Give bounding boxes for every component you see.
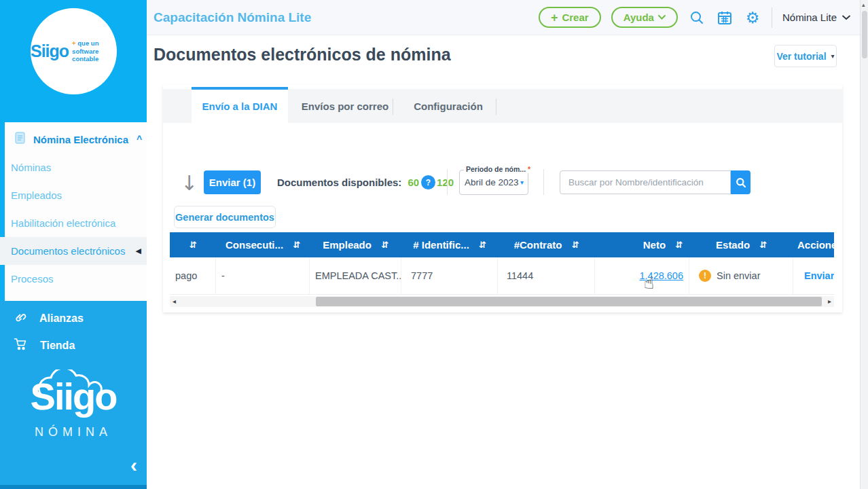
sidebar-bottom-strip: [0, 485, 147, 489]
column-label: Neto: [643, 239, 666, 251]
tab-divider: [496, 98, 496, 115]
search-icon[interactable]: [688, 9, 706, 26]
sidebar-item-procesos[interactable]: Procesos: [0, 265, 147, 293]
column-label: Acciones: [797, 239, 834, 251]
cell-estado: ! Sin enviar: [689, 257, 793, 294]
sidebar-item-label: Nóminas: [11, 162, 51, 173]
sidebar-item-tienda[interactable]: Tienda: [0, 332, 147, 359]
view-tutorial-button[interactable]: Ver tutorial ▾: [774, 45, 837, 67]
search-field: [560, 170, 731, 194]
sidebar-item-label: Procesos: [11, 273, 54, 285]
sort-icon[interactable]: ⇵: [759, 240, 767, 250]
sidebar-item-nominas[interactable]: Nóminas: [0, 153, 147, 181]
help-button-label: Ayuda: [623, 12, 654, 23]
link-chain-icon: [14, 310, 27, 327]
cell-tipo: pago: [170, 257, 216, 294]
send-row-link[interactable]: Enviar: [799, 270, 834, 281]
sort-icon[interactable]: ⇵: [675, 240, 683, 250]
account-menu[interactable]: Nómina Lite: [782, 12, 850, 23]
create-button-label: Crear: [562, 12, 588, 23]
tab-label: Envío a la DIAN: [202, 101, 278, 112]
column-neto: Neto⇵: [595, 232, 689, 257]
generate-documents-button[interactable]: Generar documentos: [174, 206, 276, 228]
column-label: Estado: [716, 239, 750, 251]
siigo-tagline: + que un software contable: [72, 39, 117, 64]
create-button[interactable]: + Crear: [539, 7, 601, 28]
gear-icon[interactable]: ⚙: [744, 9, 761, 26]
magnifier-icon: [736, 177, 746, 188]
send-button[interactable]: Enviar (1): [204, 170, 261, 194]
period-select[interactable]: Periodo de nóm... * Abril de 2023 ▾: [459, 170, 528, 195]
sort-icon[interactable]: ⇵: [571, 240, 579, 250]
column-label: # Identific...: [413, 239, 469, 251]
column-identificacion: # Identific...⇵: [401, 232, 498, 257]
table-row: pago - EMPLEADA CAST... 7777 11444 1.428…: [170, 257, 834, 295]
sidebar-item-label: Empleados: [11, 189, 62, 201]
siigo-logo-text: Siigo: [31, 41, 69, 61]
toolbar-divider: [447, 169, 448, 195]
cell-identificacion: 7777: [401, 257, 498, 294]
sort-icon[interactable]: ⇵: [381, 240, 388, 250]
scroll-right-icon[interactable]: ▸: [828, 297, 831, 305]
view-tutorial-label: Ver tutorial: [776, 51, 826, 62]
column-acciones: Acciones: [793, 232, 834, 257]
column-label: Empleado: [323, 239, 372, 251]
cell-empleado: EMPLEADA CAST...: [310, 257, 401, 294]
sidebar-item-empleados[interactable]: Empleados: [0, 181, 147, 209]
sidebar-section-nomina-electronica[interactable]: Nómina Electrónica ^: [0, 122, 147, 153]
document-icon: [15, 132, 25, 147]
status-text: Sin enviar: [717, 270, 760, 281]
siigo-nomina-logo: Siigo NÓMINA: [0, 365, 147, 439]
siigo-tagline-text: que un software contable: [72, 39, 98, 63]
tab-label: Configuración: [414, 101, 483, 112]
column-consecutivo: Consecuti...⇵: [216, 232, 310, 257]
page-title: Documentos electrónicos de nómina: [153, 45, 451, 65]
tab-envios-correo[interactable]: Envíos por correo: [297, 89, 393, 123]
topbar: Capacitación Nómina Lite + Crear Ayuda ⚙…: [147, 0, 868, 35]
calendar-icon[interactable]: [716, 9, 734, 26]
documents-available-label: Documentos disponibles:: [277, 177, 401, 188]
account-label: Nómina Lite: [782, 12, 837, 23]
search-input[interactable]: [560, 171, 730, 194]
tab-configuracion[interactable]: Configuración: [408, 89, 489, 123]
sort-icon[interactable]: ⇵: [479, 240, 486, 250]
caret-down-icon: ▾: [831, 52, 835, 60]
topbar-actions: + Crear Ayuda ⚙ Nómina Lite: [539, 7, 868, 28]
neto-amount-link[interactable]: 1.428.606: [639, 270, 683, 281]
sidebar-item-alianzas[interactable]: Alianzas: [0, 305, 147, 332]
help-tooltip-icon[interactable]: ?: [421, 175, 435, 189]
horizontal-scroll-thumb[interactable]: [316, 297, 822, 306]
sidebar-item-label: Alianzas: [39, 312, 84, 325]
search-submit-button[interactable]: [731, 170, 751, 194]
cart-icon: [14, 338, 28, 354]
down-arrow-annotation-icon: ↓: [181, 171, 198, 195]
chevron-up-icon[interactable]: ^: [137, 134, 142, 145]
column-contrato: #Contrato⇵: [498, 232, 595, 257]
period-label: Periodo de nóm... *: [464, 165, 532, 173]
siigo-logo-badge: Siigo + que un software contable: [31, 8, 117, 94]
help-button[interactable]: Ayuda: [611, 7, 678, 28]
sort-icon[interactable]: ⇵: [189, 240, 197, 250]
scroll-up-icon[interactable]: ▴: [862, 1, 865, 8]
sort-icon[interactable]: ⇵: [293, 240, 300, 250]
vertical-scrollbar[interactable]: ▴: [860, 0, 868, 489]
cell-consecutivo: -: [216, 257, 310, 294]
chevron-down-icon: [658, 15, 666, 20]
column-empleado: Empleado⇵: [310, 232, 401, 257]
sidebar-brand-area: Siigo + que un software contable: [0, 0, 147, 122]
vertical-scroll-thumb[interactable]: [862, 11, 867, 58]
sidebar-item-label: Tienda: [40, 340, 75, 352]
tab-envio-dian[interactable]: Envío a la DIAN: [192, 87, 288, 123]
sidebar-collapse-icon[interactable]: ‹: [130, 455, 137, 475]
sidebar-item-habilitacion[interactable]: Habilitación electrónica: [0, 209, 147, 237]
sidebar-menu: Nómina Electrónica ^ Nóminas Empleados H…: [0, 122, 147, 301]
sidebar-footer: Alianzas Tienda Siigo NÓMINA ‹: [0, 301, 147, 485]
scroll-left-icon[interactable]: ◂: [173, 297, 176, 305]
warning-icon: !: [699, 270, 711, 282]
horizontal-scrollbar[interactable]: ◂ ▸: [170, 296, 834, 307]
toolbar-divider: [543, 169, 544, 195]
nomina-wordmark: NÓMINA: [0, 425, 147, 439]
topbar-divider: [772, 7, 772, 28]
sidebar-item-documentos-electronicos[interactable]: Documentos electrónicos ◀: [0, 237, 147, 265]
active-item-arrow-icon: ◀: [136, 247, 141, 255]
